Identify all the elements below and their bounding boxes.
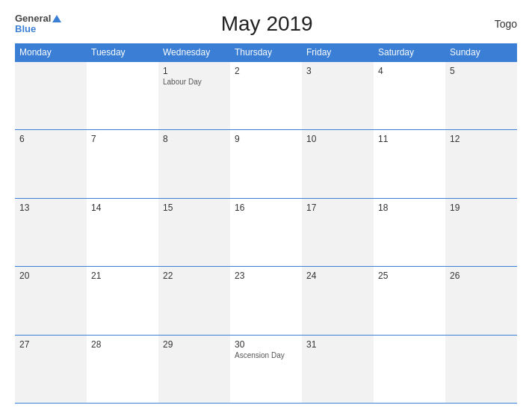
day-number: 21	[91, 271, 154, 281]
day-number: 2	[235, 66, 297, 76]
day-number: 6	[19, 134, 82, 144]
table-row: 31	[302, 336, 374, 403]
table-row: 5	[445, 62, 517, 129]
day-number: 28	[91, 339, 154, 350]
table-row: 14	[87, 199, 158, 266]
day-number: 25	[378, 271, 441, 281]
week-row-5: 27282930Ascension Day31	[15, 336, 517, 404]
day-number: 12	[450, 134, 513, 144]
day-number: 31	[306, 339, 369, 350]
day-number: 11	[378, 134, 441, 144]
table-row	[15, 62, 87, 129]
day-number: 7	[91, 134, 154, 144]
table-row	[87, 62, 158, 129]
day-number: 26	[450, 271, 513, 281]
table-row: 29	[158, 336, 230, 403]
table-row: 23	[230, 267, 302, 334]
table-row: 2	[230, 62, 302, 129]
week-row-3: 13141516171819	[15, 199, 517, 267]
day-number: 1	[163, 66, 226, 76]
table-row: 6	[15, 130, 87, 197]
header-thursday: Thursday	[230, 43, 302, 61]
table-row: 20	[15, 267, 87, 334]
week-row-4: 20212223242526	[15, 267, 517, 335]
day-number: 29	[163, 339, 226, 350]
page-header: General Blue May 2019 Togo	[15, 12, 517, 36]
day-number: 14	[91, 203, 154, 213]
table-row: 10	[302, 130, 374, 197]
table-row: 16	[230, 199, 302, 266]
day-number: 19	[450, 203, 513, 213]
day-number: 16	[235, 203, 297, 213]
table-row: 7	[87, 130, 158, 197]
table-row: 15	[158, 199, 230, 266]
day-number: 22	[163, 271, 226, 281]
table-row: 4	[374, 62, 445, 129]
day-number: 24	[306, 271, 369, 281]
day-number: 20	[19, 271, 82, 281]
table-row: 19	[445, 199, 517, 266]
calendar-header: Monday Tuesday Wednesday Thursday Friday…	[15, 43, 517, 61]
table-row: 28	[87, 336, 158, 403]
table-row: 8	[158, 130, 230, 197]
table-row: 1Labour Day	[158, 62, 230, 129]
header-wednesday: Wednesday	[158, 43, 230, 61]
day-number: 23	[235, 271, 297, 281]
header-tuesday: Tuesday	[87, 43, 158, 61]
table-row: 9	[230, 130, 302, 197]
table-row: 3	[302, 62, 374, 129]
table-row: 30Ascension Day	[230, 336, 302, 403]
table-row	[374, 336, 445, 403]
day-number: 15	[163, 203, 226, 213]
day-number: 10	[306, 134, 369, 144]
table-row: 21	[87, 267, 158, 334]
logo-blue-text: Blue	[15, 23, 36, 34]
day-number: 27	[19, 339, 82, 350]
table-row: 13	[15, 199, 87, 266]
day-number: 13	[19, 203, 82, 213]
table-row: 22	[158, 267, 230, 334]
table-row: 25	[374, 267, 445, 334]
table-row: 18	[374, 199, 445, 266]
day-number: 4	[378, 66, 441, 76]
day-number: 18	[378, 203, 441, 213]
month-title: May 2019	[61, 12, 472, 36]
table-row: 24	[302, 267, 374, 334]
week-row-1: 1Labour Day2345	[15, 61, 517, 130]
day-number: 3	[306, 66, 369, 76]
calendar: Monday Tuesday Wednesday Thursday Friday…	[15, 43, 517, 404]
table-row: 26	[445, 267, 517, 334]
header-saturday: Saturday	[374, 43, 445, 61]
day-number: 30	[235, 339, 297, 350]
calendar-body: 1Labour Day23456789101112131415161718192…	[15, 61, 517, 404]
day-number: 5	[450, 66, 513, 76]
day-number: 8	[163, 134, 226, 144]
table-row	[445, 336, 517, 403]
table-row: 17	[302, 199, 374, 266]
table-row: 11	[374, 130, 445, 197]
logo: General Blue	[15, 13, 61, 35]
week-row-2: 6789101112	[15, 130, 517, 198]
header-monday: Monday	[15, 43, 87, 61]
table-row: 27	[15, 336, 87, 403]
day-number: 17	[306, 203, 369, 213]
logo-general-text: General	[15, 13, 51, 24]
day-number: 9	[235, 134, 297, 144]
logo-triangle-icon	[52, 15, 61, 22]
day-event: Ascension Day	[235, 351, 297, 359]
table-row: 12	[445, 130, 517, 197]
day-event: Labour Day	[163, 78, 226, 86]
country-label: Togo	[472, 18, 517, 30]
header-sunday: Sunday	[445, 43, 517, 61]
header-friday: Friday	[302, 43, 374, 61]
